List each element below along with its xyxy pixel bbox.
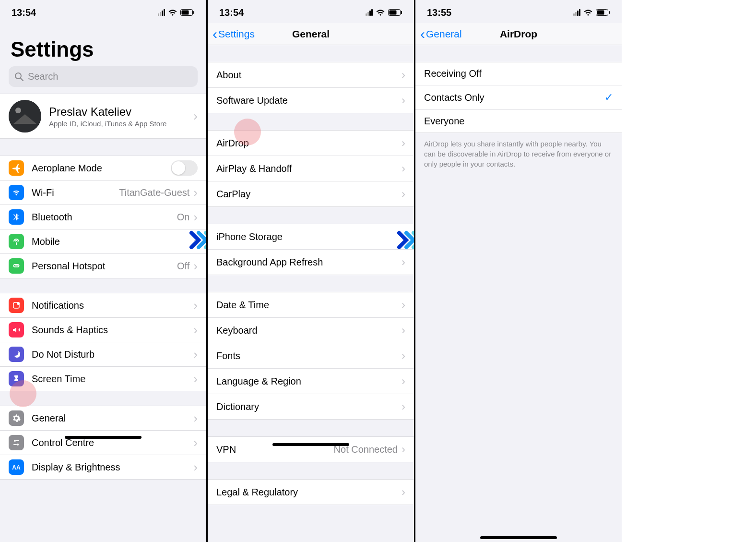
svg-rect-1	[182, 11, 189, 15]
settings-row-sounds-haptics[interactable]: Sounds & Haptics›	[0, 318, 206, 342]
airdrop-option-contacts-only[interactable]: Contacts Only✓	[415, 85, 622, 110]
svg-rect-2	[193, 11, 194, 14]
general-row-carplay[interactable]: CarPlay›	[208, 181, 414, 206]
moon-icon	[9, 347, 24, 362]
svg-rect-16	[401, 11, 402, 14]
chevron-right-icon: ›	[402, 68, 405, 82]
row-label: Screen Time	[32, 373, 85, 385]
svg-point-6	[15, 108, 21, 113]
row-value: Off	[177, 261, 189, 272]
back-button[interactable]: ‹ General	[420, 27, 462, 41]
search-input[interactable]: Search	[9, 66, 198, 87]
status-bar: 13:54	[208, 0, 414, 23]
svg-point-8	[17, 302, 20, 305]
checkmark-icon: ✓	[604, 91, 613, 104]
row-label: General	[32, 413, 66, 424]
antenna-icon	[9, 234, 24, 249]
general-row-about[interactable]: About›	[208, 62, 414, 88]
general-row-language-region[interactable]: Language & Region›	[208, 369, 414, 394]
chevron-right-icon: ›	[402, 94, 405, 107]
cellular-icon	[573, 9, 580, 16]
switches-icon	[9, 435, 24, 450]
chevron-left-icon: ‹	[213, 27, 217, 41]
settings-row-aeroplane-mode[interactable]: Aeroplane Mode	[0, 156, 206, 181]
transition-arrow-icon	[189, 230, 206, 250]
row-label: Personal Hotspot	[32, 261, 105, 272]
battery-icon	[180, 9, 195, 16]
chevron-right-icon: ›	[193, 460, 198, 475]
row-label: Date & Time	[216, 300, 269, 311]
chevron-right-icon: ›	[402, 400, 405, 413]
bluetooth-icon	[9, 209, 24, 225]
svg-rect-15	[390, 11, 397, 15]
settings-row-personal-hotspot[interactable]: Personal HotspotOff›	[0, 254, 206, 278]
home-indicator[interactable]	[272, 443, 349, 446]
chevron-right-icon: ›	[193, 259, 198, 274]
airdrop-option-everyone[interactable]: Everyone	[415, 110, 622, 132]
general-row-keyboard[interactable]: Keyboard›	[208, 318, 414, 343]
status-bar: 13:55	[415, 0, 622, 23]
chevron-right-icon: ›	[402, 255, 405, 269]
general-row-fonts[interactable]: Fonts›	[208, 343, 414, 369]
chevron-right-icon: ›	[193, 435, 198, 450]
chevron-right-icon: ›	[402, 485, 405, 499]
status-bar: 13:54	[0, 0, 206, 23]
row-label: CarPlay	[216, 189, 250, 200]
option-label: Receiving Off	[424, 68, 482, 79]
row-label: Display & Brightness	[32, 462, 120, 473]
profile-name: Preslav Kateliev	[49, 105, 166, 119]
profile-subtitle: Apple ID, iCloud, iTunes & App Store	[49, 120, 166, 128]
chevron-right-icon: ›	[193, 298, 198, 313]
apple-id-row[interactable]: Preslav Kateliev Apple ID, iCloud, iTune…	[0, 94, 206, 139]
settings-row-mobile[interactable]: Mobile›	[0, 229, 206, 254]
chevron-right-icon: ›	[402, 349, 405, 362]
general-row-date-time[interactable]: Date & Time›	[208, 292, 414, 318]
home-indicator[interactable]	[480, 536, 557, 539]
general-row-dictionary[interactable]: Dictionary›	[208, 394, 414, 419]
row-label: Keyboard	[216, 325, 258, 336]
row-value: On	[177, 212, 190, 223]
settings-screen: 13:54 Settings Search Preslav Kateliev A…	[0, 0, 206, 542]
chevron-right-icon: ›	[402, 443, 405, 456]
chevron-right-icon: ›	[402, 324, 405, 337]
chevron-right-icon: ›	[402, 162, 405, 175]
row-label: Mobile	[32, 236, 60, 247]
page-title: Settings	[0, 23, 206, 66]
svg-line-4	[21, 78, 23, 81]
wifi-icon	[9, 185, 24, 200]
chevron-left-icon: ‹	[420, 27, 425, 41]
chevron-right-icon: ›	[402, 136, 405, 150]
settings-row-wi-fi[interactable]: Wi-FiTitanGate-Guest›	[0, 181, 206, 205]
option-label: Contacts Only	[424, 92, 484, 103]
status-time: 13:54	[12, 7, 36, 18]
general-row-vpn[interactable]: VPNNot Connected›	[208, 437, 414, 462]
airdrop-option-receiving-off[interactable]: Receiving Off	[415, 62, 622, 85]
bell-icon	[9, 298, 24, 313]
gear-icon	[9, 410, 24, 426]
back-button[interactable]: ‹ Settings	[213, 27, 255, 41]
general-row-airplay-handoff[interactable]: AirPlay & Handoff›	[208, 156, 414, 181]
cellular-icon	[366, 9, 373, 16]
general-row-airdrop[interactable]: AirDrop›	[208, 131, 414, 156]
settings-row-screen-time[interactable]: Screen Time›	[0, 367, 206, 391]
svg-rect-12	[13, 444, 17, 445]
general-row-iphone-storage[interactable]: iPhone Storage›	[208, 224, 414, 250]
nav-title: AirDrop	[500, 28, 537, 40]
search-icon	[14, 72, 24, 82]
chevron-right-icon: ›	[193, 210, 198, 225]
settings-row-display-brightness[interactable]: AADisplay & Brightness›	[0, 455, 206, 479]
settings-row-do-not-disturb[interactable]: Do Not Disturb›	[0, 342, 206, 367]
general-row-background-app-refresh[interactable]: Background App Refresh›	[208, 250, 414, 275]
settings-row-general[interactable]: General›	[0, 406, 206, 431]
settings-row-control-centre[interactable]: Control Centre›	[0, 431, 206, 455]
settings-row-bluetooth[interactable]: BluetoothOn›	[0, 205, 206, 229]
toggle-switch[interactable]	[171, 160, 198, 176]
back-label: Settings	[218, 28, 255, 40]
settings-row-notifications[interactable]: Notifications›	[0, 293, 206, 318]
search-placeholder: Search	[28, 71, 58, 82]
general-row-legal-regulatory[interactable]: Legal & Regulatory›	[208, 480, 414, 505]
home-indicator[interactable]	[65, 436, 142, 439]
status-indicators	[573, 9, 610, 16]
general-row-software-update[interactable]: Software Update›	[208, 88, 414, 113]
row-label: Sounds & Haptics	[32, 325, 108, 336]
